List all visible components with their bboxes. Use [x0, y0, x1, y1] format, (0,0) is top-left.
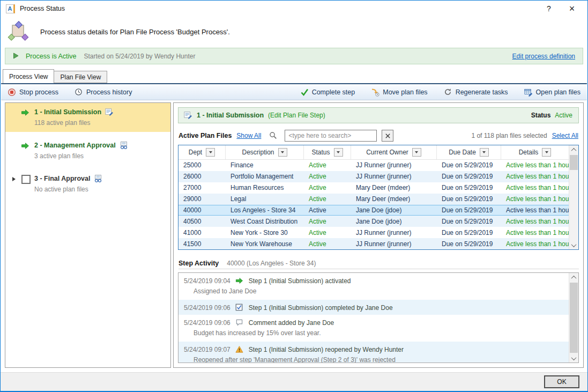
status-label: Status: [531, 112, 551, 119]
filter-button[interactable]: [480, 148, 489, 157]
activity-entry[interactable]: 5/24/2019 09:06 Comment added by Jane Do…: [178, 315, 569, 342]
active-plan-files-bar: Active Plan Files Show All 1 of 118 plan…: [178, 129, 578, 142]
filter-button[interactable]: [542, 148, 551, 157]
process-history-button[interactable]: Process history: [75, 88, 132, 97]
move-plan-files-button[interactable]: Move plan files: [371, 88, 427, 97]
select-all-link[interactable]: Select All: [552, 132, 578, 139]
cell-details: Active less than 1 hour: [501, 240, 569, 248]
expander-triangle-icon[interactable]: [12, 177, 16, 181]
table-header-row: Dept Description Status Current Own: [178, 145, 569, 160]
process-status-banner: Process is Active Started on 5/24/2019 b…: [5, 48, 583, 64]
help-button[interactable]: ?: [540, 2, 558, 16]
edit-process-definition-link[interactable]: Edit process definition: [512, 53, 575, 60]
column-header-due-date[interactable]: Due Date: [437, 145, 501, 159]
cell-description: Portfolio Management: [226, 173, 304, 180]
activity-entry[interactable]: 5/24/2019 09:04 Step 1 (Initial Submissi…: [178, 273, 569, 300]
regenerate-tasks-button[interactable]: Regenerate tasks: [444, 88, 508, 97]
step-item-initial-submission[interactable]: 1 - Initial Submission 118 active plan f…: [5, 103, 170, 132]
column-header-status[interactable]: Status: [304, 145, 351, 159]
clear-search-button[interactable]: [382, 130, 393, 142]
cell-details: Active less than 1 hour: [501, 161, 569, 169]
edit-plan-file-step-link[interactable]: (Edit Plan File Step): [268, 112, 325, 119]
tab-content: 1 - Initial Submission 118 active plan f…: [1, 101, 587, 372]
step-2-name: 2 - Management Approval: [34, 142, 116, 149]
filter-button[interactable]: [412, 148, 421, 157]
table-row-selected[interactable]: 40000 Los Angeles - Store 34 Active Jane…: [178, 205, 569, 216]
window-title: Process Status: [20, 5, 65, 12]
column-header-details[interactable]: Details: [501, 145, 569, 159]
table-row[interactable]: 25000 Finance Active JJ Runner (jrunner)…: [178, 160, 569, 171]
table-row[interactable]: 40500 West Coast Distribution Active Jan…: [178, 216, 569, 227]
complete-step-button[interactable]: Complete step: [300, 88, 355, 97]
step-2-count: 3 active plan files: [34, 152, 166, 160]
scroll-down-arrow-icon[interactable]: [569, 241, 578, 249]
step-3-name: 3 - Final Approval: [34, 175, 90, 182]
green-arrow-icon: [235, 277, 244, 285]
clear-x-icon: [385, 133, 391, 139]
cell-due-date: Due on 5/29/2019: [437, 218, 501, 225]
ok-button[interactable]: OK: [544, 375, 579, 388]
scrollbar-thumb[interactable]: [570, 283, 578, 353]
cell-dept: 41000: [178, 229, 226, 236]
cell-details: Active less than 1 hour: [501, 195, 569, 203]
column-header-description[interactable]: Description: [226, 145, 304, 159]
tab-process-view[interactable]: Process View: [3, 69, 54, 83]
activity-detail: Reopened after step 'Management Approval…: [193, 356, 564, 363]
cell-due-date: Due on 5/29/2019: [437, 195, 501, 203]
column-header-current-owner[interactable]: Current Owner: [351, 145, 437, 159]
filter-dropdown-icon: [415, 151, 418, 153]
show-all-link[interactable]: Show All: [236, 132, 261, 139]
filter-button[interactable]: [206, 148, 215, 157]
stop-process-button[interactable]: Stop process: [8, 88, 58, 97]
filter-dropdown-icon: [337, 151, 340, 153]
close-button[interactable]: ×: [563, 2, 581, 16]
checkmark-icon: [300, 88, 309, 97]
column-header-dept[interactable]: Dept: [178, 145, 226, 159]
activity-entry[interactable]: 5/24/2019 09:06 Step 1 (Initial Submissi…: [178, 300, 569, 315]
checked-box-icon: [235, 304, 244, 312]
process-history-label: Process history: [86, 88, 132, 96]
tab-plan-file-view-label: Plan File View: [60, 73, 101, 81]
step-item-management-approval[interactable]: 2 - Management Approval 3 active plan fi…: [5, 136, 170, 165]
scroll-down-arrow-icon[interactable]: [569, 354, 578, 363]
column-header-due-date-label: Due Date: [449, 149, 476, 156]
table-row[interactable]: 26000 Portfolio Management Active JJ Run…: [178, 171, 569, 182]
cell-description: Los Angeles - Store 34: [226, 206, 304, 214]
scrollbar-thumb[interactable]: [570, 155, 578, 170]
filter-dropdown-icon: [482, 151, 486, 153]
stop-icon: [8, 88, 16, 97]
table-row[interactable]: 29000 Legal Active Mary Deer (mdeer) Due…: [178, 194, 569, 205]
table-row[interactable]: 41500 New York Warehouse Active JJ Runne…: [178, 238, 569, 249]
history-clock-icon: [75, 88, 83, 97]
step-1-count: 118 active plan files: [34, 119, 166, 127]
activity-entry[interactable]: 5/24/2019 09:07 Step 1 (Initial Submissi…: [178, 342, 569, 363]
status-value: Active: [555, 112, 572, 119]
activity-title: Step 1 (Initial Submission) activated: [249, 277, 351, 285]
scroll-up-arrow-icon[interactable]: [569, 273, 578, 282]
step-3-checkbox[interactable]: [21, 175, 31, 184]
cell-owner: Mary Deer (mdeer): [351, 195, 437, 203]
table-scrollbar[interactable]: [569, 145, 578, 249]
cell-description: Human Resources: [226, 184, 304, 191]
activity-scrollbar[interactable]: [569, 273, 578, 363]
step-item-final-approval[interactable]: 3 - Final Approval No active plan files: [5, 169, 170, 198]
warning-icon: [235, 345, 244, 354]
activity-title: Step 1 (Initial Submission) reopened by …: [249, 346, 404, 353]
cell-owner: JJ Runner (jrunner): [351, 229, 437, 236]
table-row[interactable]: 41000 New York - Store 30 Active JJ Runn…: [178, 227, 569, 238]
filter-button[interactable]: [278, 148, 287, 157]
cell-description: New York - Store 30: [226, 229, 304, 236]
tab-plan-file-view[interactable]: Plan File View: [54, 71, 107, 83]
cell-details: Active less than 1 hour: [501, 206, 569, 214]
step-activity-entries: 5/24/2019 09:04 Step 1 (Initial Submissi…: [178, 273, 569, 363]
tab-process-view-label: Process View: [9, 73, 48, 80]
search-input[interactable]: [285, 130, 377, 142]
open-plan-files-button[interactable]: Open plan files: [524, 88, 580, 97]
filter-button[interactable]: [334, 148, 343, 157]
table-row[interactable]: 27000 Human Resources Active Mary Deer (…: [178, 182, 569, 194]
title-bar: A Process Status ? ×: [1, 1, 587, 17]
activity-time: 5/24/2019 09:06: [184, 319, 230, 327]
scroll-up-arrow-icon[interactable]: [569, 145, 578, 154]
step-detail-panel: 1 - Initial Submission (Edit Plan File S…: [173, 102, 584, 368]
cell-dept: 29000: [178, 195, 226, 203]
